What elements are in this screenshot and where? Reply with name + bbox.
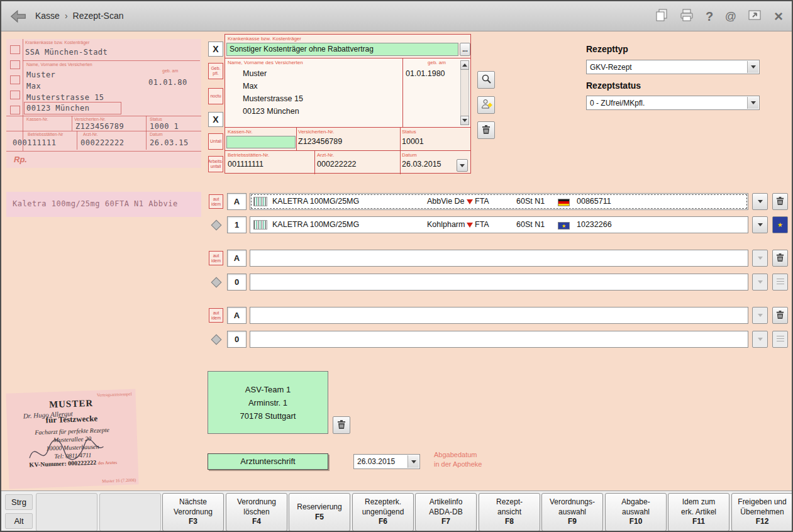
- fkey-f3-button[interactable]: NächsteVerordnungF3: [162, 493, 224, 531]
- scroll-down-button[interactable]: [460, 116, 469, 125]
- scan-divider: [146, 131, 147, 150]
- scroll-up-button[interactable]: [460, 60, 469, 70]
- medication-dropdown-button[interactable]: [752, 216, 768, 233]
- medication-delete-button[interactable]: [772, 307, 788, 324]
- alt-key[interactable]: Alt: [5, 513, 33, 529]
- fkey-label: Rezepterk.: [365, 497, 401, 507]
- medication-dropdown-button[interactable]: [752, 307, 768, 324]
- fkey-f9-button[interactable]: Verordnungs-auswahlF9: [541, 493, 603, 531]
- import-eu-flag-button[interactable]: ★: [772, 216, 788, 233]
- sonstige-checkbox[interactable]: X: [208, 112, 223, 127]
- flag-label: Geb.: [211, 66, 220, 71]
- function-key-bar: Strg Alt NächsteVerordnungF3 Verordnungl…: [1, 490, 793, 532]
- rezept-scan-window: Kasse›Rezept-Scan ? @ × Krankenkasse bzw…: [0, 0, 793, 532]
- patient-name[interactable]: Muster: [243, 69, 267, 78]
- fkey-f11-button[interactable]: Idem zumerk. ArtikelF11: [668, 493, 729, 531]
- help-icon[interactable]: ?: [701, 8, 718, 25]
- fkey-f4-button[interactable]: VerordnunglöschenF4: [226, 493, 287, 531]
- medication-field[interactable]: KALETRA 100MG/25MG AbbVie De FTA 60St N1…: [250, 193, 748, 210]
- aut-idem-text: aut: [213, 197, 219, 201]
- dropdown-arrow-icon[interactable]: [747, 97, 758, 109]
- external-window-icon[interactable]: [746, 8, 763, 25]
- medication-field-empty[interactable]: [250, 307, 748, 324]
- medication-field-empty[interactable]: [250, 274, 748, 291]
- gebuehrfrei-checkbox[interactable]: X: [208, 42, 223, 57]
- scan-datum: 26.03.15: [150, 138, 189, 147]
- medication-field[interactable]: KALETRA 100MG/25MG Kohlpharm FTA 60St N1…: [250, 216, 748, 233]
- rezepttyp-select[interactable]: GKV-Rezept: [586, 60, 760, 74]
- medication-list-button[interactable]: [772, 274, 788, 291]
- arrow-up-icon: [462, 64, 467, 67]
- flag-label: pfl.: [213, 71, 218, 76]
- betriebs-value[interactable]: 001111111: [228, 160, 263, 169]
- insurer-more-button[interactable]: ...: [460, 43, 470, 56]
- add-patient-button[interactable]: [477, 96, 495, 114]
- discount-marker-icon: [467, 223, 473, 228]
- signature-scribble: [25, 435, 108, 466]
- betriebs-label: Betriebsstätten-Nr.: [228, 152, 269, 158]
- medication-delete-button[interactable]: [772, 250, 788, 267]
- patient-geb[interactable]: 01.01.1980: [406, 69, 445, 78]
- row-marker: 1: [227, 216, 247, 233]
- asv-team-box[interactable]: ASV-Team 1 Arminstr. 1 70178 Stuttgart: [208, 371, 328, 434]
- fkey-key: F7: [441, 517, 450, 527]
- fkey-label: Artikelinfo: [430, 497, 463, 507]
- delete-patient-button[interactable]: [477, 121, 495, 139]
- medication-delete-button[interactable]: [772, 193, 788, 210]
- copy-icon[interactable]: [653, 8, 670, 25]
- aut-idem-text: aut: [213, 253, 219, 258]
- rezeptstatus-select[interactable]: 0 - ZUfrei/MKpfl.: [586, 96, 760, 110]
- trash-icon: [775, 310, 785, 321]
- patient-city[interactable]: 00123 München: [243, 107, 299, 116]
- medication-field-empty[interactable]: [250, 331, 748, 348]
- patient-street[interactable]: Musterstrasse 15: [243, 94, 303, 103]
- medication-dropdown-button[interactable]: [752, 274, 768, 291]
- fkey-f5-button[interactable]: ReservierungF5: [289, 493, 350, 531]
- fkey-f8-button[interactable]: Rezept-ansichtF8: [479, 493, 540, 531]
- strg-key[interactable]: Strg: [5, 494, 33, 510]
- medication-pzn: 00865711: [577, 194, 611, 209]
- fkey-f10-button[interactable]: Abgabe-auswahlF10: [605, 493, 667, 531]
- arzt-value[interactable]: 000222222: [317, 160, 357, 169]
- aut-idem-text: idem: [211, 202, 221, 206]
- substitute-diamond-icon: [209, 275, 223, 289]
- medication-dropdown-button[interactable]: [752, 193, 768, 210]
- medication-field-empty[interactable]: [250, 250, 748, 267]
- scan-geb-label: geb. am: [162, 69, 178, 73]
- patient-vorname[interactable]: Max: [243, 82, 258, 91]
- fkey-f2-button: [99, 493, 161, 531]
- datum-value[interactable]: 26.03.2015: [402, 160, 441, 169]
- medication-dropdown-button[interactable]: [752, 331, 768, 348]
- breadcrumb-separator: ›: [65, 11, 68, 21]
- fkey-f7-button[interactable]: ArtikelinfoABDA-DBF7: [415, 493, 477, 531]
- arztunterschrift-button[interactable]: Arztunterschrift: [208, 453, 328, 470]
- datum-dropdown-button[interactable]: [457, 159, 468, 172]
- breadcrumb-kasse[interactable]: Kasse: [35, 11, 60, 21]
- insurer-input[interactable]: Sonstiger Kostenträger ohne Rabattvertra…: [226, 43, 458, 56]
- row-marker: A: [227, 193, 247, 210]
- dropdown-arrow-icon[interactable]: [408, 455, 419, 468]
- kassen-input[interactable]: [226, 136, 296, 148]
- fkey-f12-button[interactable]: Freigeben undÜbernehmenF12: [731, 493, 793, 531]
- at-icon[interactable]: @: [722, 8, 740, 25]
- status-value[interactable]: 10001: [402, 137, 424, 146]
- print-icon[interactable]: [678, 8, 696, 25]
- asv-delete-button[interactable]: [333, 416, 350, 434]
- abgabedatum-select[interactable]: 26.03.2015: [353, 454, 420, 469]
- scan-line: [6, 116, 201, 116]
- dropdown-arrow-icon[interactable]: [747, 61, 758, 73]
- scan-city: 00123 München: [26, 104, 89, 113]
- fkey-f6-button[interactable]: Rezepterk.ungenügendF6: [352, 493, 414, 531]
- scan-versicherten-label: Versicherten-Nr.: [74, 117, 106, 121]
- list-icon: [777, 279, 784, 285]
- search-patient-button[interactable]: [477, 71, 495, 89]
- medication-vendor: AbbVie De: [427, 194, 465, 209]
- close-icon[interactable]: ×: [770, 8, 787, 25]
- fkey-key: F12: [756, 517, 769, 527]
- medication-dropdown-button[interactable]: [752, 250, 768, 267]
- versicherten-value[interactable]: Z123456789: [298, 137, 342, 146]
- medication-pzn: 10232266: [577, 217, 612, 233]
- medication-list-button[interactable]: [772, 331, 788, 348]
- scan-arzt-label: Arzt-Nr.: [83, 132, 98, 136]
- back-button[interactable]: [9, 7, 28, 26]
